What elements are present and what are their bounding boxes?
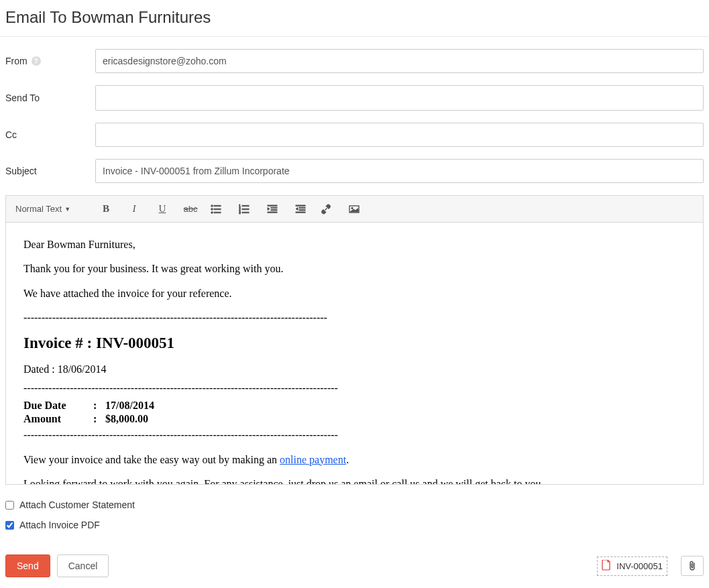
attach-invoice-row[interactable]: Attach Invoice PDF <box>5 520 704 530</box>
italic-button[interactable]: I <box>128 203 140 215</box>
indent-button[interactable] <box>294 203 307 215</box>
attachment-chip[interactable]: INV-000051 <box>597 556 667 576</box>
due-date-label: Due Date <box>23 399 93 413</box>
svg-rect-19 <box>299 209 305 210</box>
svg-rect-7 <box>242 205 249 206</box>
text-style-label: Normal Text <box>15 204 62 214</box>
subject-label: Subject <box>5 166 95 176</box>
svg-point-23 <box>351 207 353 209</box>
body-separator-3: ----------------------------------------… <box>23 428 686 443</box>
paperclip-icon <box>688 561 696 571</box>
svg-rect-9 <box>242 209 249 209</box>
svg-rect-14 <box>271 209 277 210</box>
caret-down-icon: ▼ <box>64 206 70 213</box>
cc-label-text: Cc <box>5 129 17 140</box>
sendto-label: Send To <box>5 93 95 103</box>
svg-marker-21 <box>296 207 298 210</box>
underline-button[interactable]: U <box>156 203 168 215</box>
page-title: Email To Bowman Furnitures <box>0 0 709 37</box>
ordered-list-button[interactable]: 123 <box>238 203 250 215</box>
svg-rect-18 <box>299 207 305 208</box>
cc-input[interactable] <box>95 123 704 147</box>
sendto-input[interactable] <box>95 85 704 111</box>
view-pre: View your invoice and take the easy way … <box>23 454 280 465</box>
svg-marker-24 <box>350 209 358 212</box>
from-label-text: From <box>5 56 28 66</box>
svg-rect-17 <box>296 205 305 206</box>
svg-marker-16 <box>268 207 270 210</box>
from-input[interactable] <box>95 49 704 73</box>
cc-label: Cc <box>5 129 95 140</box>
from-label: From ? <box>5 56 95 66</box>
editor-toolbar: Normal Text ▼ B I U abc 123 <box>6 196 703 223</box>
amount-label: Amount <box>23 412 93 426</box>
svg-text:3: 3 <box>239 211 241 215</box>
link-button[interactable] <box>320 203 332 215</box>
svg-rect-11 <box>242 212 249 213</box>
footer: Send Cancel INV-000051 <box>0 540 709 584</box>
body-view-line: View your invoice and take the easy way … <box>23 453 686 467</box>
online-payment-link[interactable]: online payment <box>280 454 346 465</box>
cancel-button[interactable]: Cancel <box>57 554 109 577</box>
editor: Normal Text ▼ B I U abc 123 <box>5 195 704 485</box>
outdent-button[interactable] <box>266 203 278 215</box>
pdf-icon <box>602 560 611 573</box>
unordered-list-button[interactable] <box>210 203 222 215</box>
svg-point-4 <box>211 211 213 213</box>
amount-row: Amount : $8,000.00 <box>23 412 686 426</box>
add-attachment-button[interactable] <box>681 556 704 576</box>
svg-rect-12 <box>268 205 277 206</box>
body-closing: Looking forward to work with you again. … <box>23 477 686 484</box>
attach-invoice-checkbox[interactable] <box>5 521 14 530</box>
svg-rect-1 <box>214 205 221 206</box>
body-separator-2: ----------------------------------------… <box>23 381 686 396</box>
text-style-select[interactable]: Normal Text ▼ <box>15 204 83 214</box>
invoice-dated: Dated : 18/06/2014 <box>23 362 686 377</box>
due-date-value: 17/08/2014 <box>105 399 154 413</box>
svg-rect-15 <box>268 212 277 213</box>
attach-invoice-label: Attach Invoice PDF <box>19 520 100 530</box>
invoice-heading: Invoice # : INV-000051 <box>23 333 686 354</box>
attachment-name: INV-000051 <box>616 561 663 571</box>
compose-header: From ? Send To Cc Subject <box>0 37 709 183</box>
amount-value: $8,000.00 <box>105 412 148 426</box>
image-button[interactable] <box>348 203 360 215</box>
help-icon[interactable]: ? <box>32 56 41 66</box>
svg-point-2 <box>211 208 213 210</box>
svg-rect-3 <box>214 209 221 209</box>
body-line1: Thank you for your business. It was grea… <box>23 261 686 276</box>
strikethrough-button[interactable]: abc <box>184 203 197 215</box>
due-date-row: Due Date : 17/08/2014 <box>23 399 686 413</box>
attach-statement-row[interactable]: Attach Customer Statement <box>5 499 704 510</box>
sendto-label-text: Send To <box>5 93 40 103</box>
body-greeting: Dear Bowman Furnitures, <box>23 237 686 252</box>
svg-rect-13 <box>271 207 277 208</box>
body-separator: ----------------------------------------… <box>23 310 686 325</box>
view-post: . <box>346 454 349 465</box>
attach-statement-label: Attach Customer Statement <box>19 499 135 510</box>
bold-button[interactable]: B <box>100 203 112 215</box>
svg-point-0 <box>211 204 213 207</box>
svg-rect-20 <box>296 212 305 213</box>
send-button[interactable]: Send <box>5 554 50 577</box>
attach-statement-checkbox[interactable] <box>5 501 14 510</box>
attach-options: Attach Customer Statement Attach Invoice… <box>0 485 709 530</box>
svg-rect-5 <box>214 212 221 213</box>
subject-label-text: Subject <box>5 166 37 176</box>
body-line2: We have attached the invoice for your re… <box>23 286 686 301</box>
subject-input[interactable] <box>95 159 704 183</box>
editor-body[interactable]: Dear Bowman Furnitures, Thank you for yo… <box>6 223 703 484</box>
